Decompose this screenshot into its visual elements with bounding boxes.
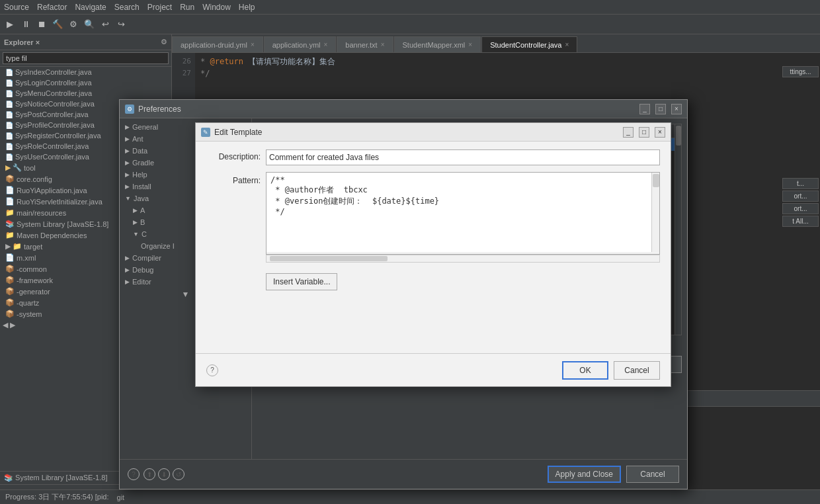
et-pattern-textarea[interactable]: /** * @author作者 tbcxc * @version创建时间： ${…: [266, 173, 651, 252]
tab-label-mapper: StudentMapper.xml: [403, 41, 466, 49]
et-cancel-btn[interactable]: Cancel: [614, 361, 660, 380]
prefs-close-btn[interactable]: ×: [671, 104, 682, 114]
template-list-scrollbar[interactable]: [675, 124, 681, 335]
menu-project[interactable]: Project: [147, 3, 172, 12]
java-file-icon-5: 📄: [5, 111, 13, 118]
prefs-maximize-btn[interactable]: □: [655, 104, 666, 114]
menu-window[interactable]: Window: [202, 3, 231, 12]
sidebar-item-sysmenu[interactable]: 📄 SysMenuController.java: [0, 88, 171, 99]
right-btn-ort2[interactable]: ort...: [782, 203, 819, 214]
module-gen-icon: 📦: [5, 287, 15, 296]
prefs-nav-icon-3[interactable]: ↺: [173, 468, 184, 480]
prefs-nav-icon-2[interactable]: ⬇: [158, 468, 170, 480]
insert-variable-btn[interactable]: Insert Variable...: [266, 273, 337, 290]
et-description-row: Description:: [206, 149, 660, 165]
menu-bar: Source Refactor Navigate Search Project …: [0, 0, 820, 15]
java-file-icon-6: 📄: [5, 122, 13, 129]
pattern-scrollbar-h[interactable]: [266, 255, 660, 263]
folder-icon-res: 📁: [5, 208, 15, 217]
tab-banner[interactable]: banner.txt ×: [337, 36, 393, 52]
et-ok-btn[interactable]: OK: [562, 361, 608, 380]
prefs-titlebar: ⚙ Preferences _ □ ×: [120, 100, 687, 118]
status-progress: Progress: 3日 下午7:55:54) [pid:: [5, 492, 109, 502]
et-close-btn[interactable]: ×: [655, 127, 665, 138]
tab-close-controller[interactable]: ×: [565, 41, 569, 48]
prefs-nav-icon-1[interactable]: ⬆: [144, 468, 155, 480]
menu-source[interactable]: Source: [4, 3, 29, 12]
edit-template-dialog: ✎ Edit Template _ □ × Description: Patte…: [195, 122, 671, 387]
et-pattern-container: /** * @author作者 tbcxc * @version创建时间： ${…: [266, 172, 660, 255]
et-title-icon: ✎: [201, 128, 210, 137]
pattern-scroll-thumb-h: [270, 256, 388, 261]
et-footer-right: OK Cancel: [562, 361, 660, 380]
right-btn-ort1[interactable]: ort...: [782, 190, 819, 202]
toolbar-btn-4[interactable]: 🔨: [50, 17, 65, 32]
status-bar: Progress: 3日 下午7:55:54) [pid: git: [0, 489, 820, 504]
et-desc-input[interactable]: [266, 149, 660, 165]
et-maximize-btn[interactable]: □: [639, 127, 649, 138]
java-file-icon: 📄: [5, 69, 13, 76]
toolbar: ▶ ⏸ ⏹ 🔨 ⚙ 🔍 ↩ ↪: [0, 15, 820, 34]
package-icon: 📦: [5, 175, 15, 183]
et-titlebar: ✎ Edit Template _ □ ×: [196, 123, 671, 142]
et-pattern-row: Pattern: /** * @author作者 tbcxc * @versio…: [206, 172, 660, 263]
et-pattern-wrapper: /** * @author作者 tbcxc * @version创建时间： ${…: [266, 172, 660, 263]
folder-target-icon: ▶ 📁: [5, 242, 22, 251]
right-btn-settings[interactable]: ttings...: [782, 66, 819, 77]
right-btn-t[interactable]: t...: [782, 178, 819, 189]
prefs-help-icon[interactable]: ?: [128, 468, 140, 480]
module-qz-icon: 📦: [5, 298, 15, 307]
right-btn-tall[interactable]: t All...: [782, 216, 819, 227]
tab-close-banner[interactable]: ×: [381, 41, 385, 48]
sidebar-lib-label: 📚 System Library [JavaSE-1.8]: [4, 474, 107, 482]
prefs-cancel-btn[interactable]: Cancel: [626, 466, 679, 483]
sidebar-item-syslogin[interactable]: 📄 SysLoginController.java: [0, 77, 171, 88]
sidebar-btn-1[interactable]: ⚙: [161, 38, 167, 46]
tab-student-mapper[interactable]: StudentMapper.xml ×: [394, 36, 481, 52]
java-icon-servlet: 📄: [5, 197, 15, 206]
pattern-scroll-thumb-v: [653, 174, 659, 187]
java-file-icon-3: 📄: [5, 90, 13, 97]
tab-close-druid[interactable]: ×: [251, 41, 255, 48]
sidebar-item-sysindex[interactable]: 📄 SysIndexController.java: [0, 67, 171, 77]
menu-help[interactable]: Help: [239, 3, 255, 12]
sidebar-title: Explorer ×: [4, 38, 40, 46]
menu-navigate[interactable]: Navigate: [75, 3, 106, 12]
tab-close-mapper[interactable]: ×: [468, 41, 472, 48]
module-icon: 📦: [5, 265, 15, 273]
toolbar-btn-2[interactable]: ⏸: [19, 17, 33, 32]
status-git: git: [117, 493, 125, 501]
et-footer: ? OK Cancel: [196, 353, 671, 386]
prefs-minimize-btn[interactable]: _: [639, 104, 650, 114]
toolbar-btn-1[interactable]: ▶: [3, 17, 17, 32]
tab-app-yml[interactable]: application.yml ×: [264, 36, 337, 52]
scrollbar-thumb: [676, 126, 681, 146]
toolbar-btn-8[interactable]: ↪: [114, 17, 128, 32]
maven-icon: 📁: [5, 231, 15, 239]
type-filter-input[interactable]: [3, 52, 169, 64]
library-icon: 📚: [5, 220, 15, 228]
java-icon-main: 📄: [5, 186, 15, 194]
prefs-bottom-left: ? ⬆ ⬇ ↺: [128, 468, 184, 480]
tab-bar: application-druid.yml × application.yml …: [172, 34, 820, 53]
tab-label-controller: StudentController.java: [490, 41, 561, 49]
java-file-icon-8: 📄: [5, 143, 13, 150]
prefs-bottom-bar: ? ⬆ ⬇ ↺ Apply and Close Cancel: [120, 459, 687, 489]
apply-and-close-btn[interactable]: Apply and Close: [548, 466, 621, 483]
prefs-title-text: Preferences: [138, 105, 634, 114]
toolbar-btn-7[interactable]: ↩: [98, 17, 112, 32]
et-help-icon[interactable]: ?: [206, 364, 218, 376]
pattern-scrollbar-v[interactable]: [651, 173, 659, 252]
menu-search[interactable]: Search: [114, 3, 140, 12]
tab-close-app[interactable]: ×: [324, 41, 328, 48]
toolbar-btn-3[interactable]: ⏹: [34, 17, 49, 32]
et-body: Description: Pattern: /** * @author作者 tb…: [196, 142, 671, 298]
java-file-icon-4: 📄: [5, 101, 13, 108]
tab-student-controller[interactable]: StudentController.java ×: [481, 36, 577, 52]
menu-run[interactable]: Run: [180, 3, 194, 12]
toolbar-btn-5[interactable]: ⚙: [66, 17, 81, 32]
tab-druid-yml[interactable]: application-druid.yml ×: [172, 36, 263, 52]
toolbar-btn-6[interactable]: 🔍: [82, 17, 97, 32]
menu-refactor[interactable]: Refactor: [37, 3, 67, 12]
et-minimize-btn[interactable]: _: [623, 127, 634, 138]
